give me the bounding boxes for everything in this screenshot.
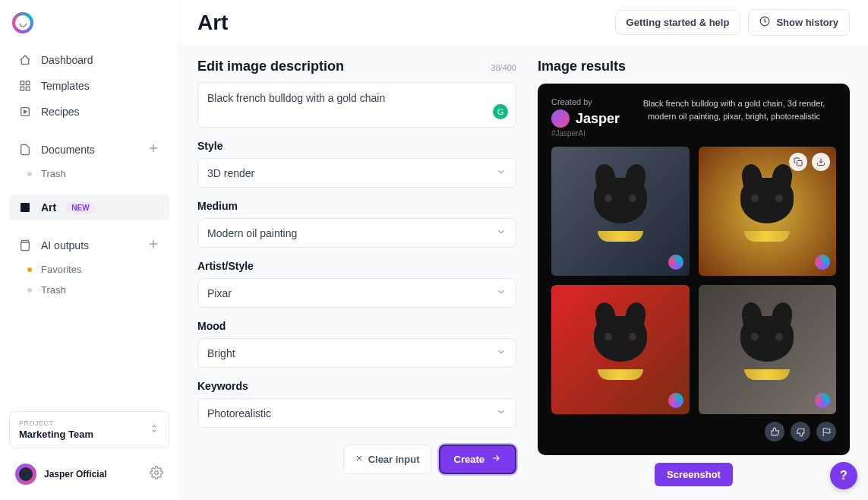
created-by-label: Created by: [551, 97, 620, 106]
clear-input-button[interactable]: Clear input: [343, 445, 431, 474]
grid-icon: [18, 79, 32, 93]
gear-icon[interactable]: [150, 466, 163, 483]
artist-select[interactable]: Pixar: [197, 278, 516, 308]
document-icon: [18, 143, 32, 157]
svg-rect-9: [797, 161, 803, 166]
svg-rect-6: [21, 203, 30, 212]
svg-rect-3: [26, 87, 30, 90]
svg-rect-0: [21, 81, 24, 85]
chevron-down-icon: [496, 407, 507, 419]
sidebar-item-label: Documents: [41, 144, 95, 156]
results-column: Image results Created by Jasper #JasperA…: [538, 59, 850, 486]
plus-icon[interactable]: [147, 141, 160, 157]
create-button[interactable]: Create: [439, 445, 516, 474]
result-image[interactable]: [699, 285, 837, 414]
logo-watermark-icon: [815, 255, 830, 270]
medium-label: Medium: [197, 200, 516, 212]
sidebar-subitem-favorites[interactable]: Favorites: [9, 259, 169, 280]
result-card: Created by Jasper #JasperAI Black french…: [538, 84, 850, 455]
app-logo[interactable]: ◡: [12, 12, 33, 33]
result-image[interactable]: [699, 147, 837, 276]
sidebar-item-label: Dashboard: [41, 54, 93, 66]
sidebar-item-dashboard[interactable]: Dashboard: [9, 47, 169, 73]
logo-watermark-icon: [668, 393, 683, 408]
thumbs-up-button[interactable]: [765, 422, 784, 441]
svg-marker-5: [24, 110, 27, 113]
chevron-down-icon: [496, 286, 507, 299]
sidebar-item-label: Templates: [41, 80, 90, 92]
project-label: PROJECT: [19, 419, 93, 427]
chevron-down-icon: [496, 347, 507, 359]
home-icon: [18, 53, 32, 67]
logo-watermark-icon: [668, 255, 683, 270]
help-fab[interactable]: ?: [830, 462, 857, 489]
user-name: Jasper Official: [44, 469, 107, 479]
page-title: Art: [197, 11, 228, 35]
arrow-right-icon: [491, 453, 501, 466]
image-icon: [18, 201, 32, 214]
flag-button[interactable]: [816, 422, 836, 441]
keywords-select[interactable]: Photorealistic: [197, 398, 516, 428]
logo-watermark-icon: [815, 393, 830, 408]
project-name: Marketing Team: [19, 429, 93, 440]
svg-rect-2: [21, 87, 24, 90]
sidebar: ◡ Dashboard Templates Recipes Documents …: [0, 0, 178, 500]
style-select[interactable]: 3D render: [197, 158, 516, 188]
download-button[interactable]: [812, 153, 830, 171]
sidebar-item-documents[interactable]: Documents: [9, 135, 169, 163]
clock-icon: [759, 16, 770, 29]
artist-label: Artist/Style: [197, 260, 516, 272]
sidebar-item-label: Art: [41, 201, 56, 214]
style-label: Style: [197, 140, 516, 152]
user-row: Jasper Official: [9, 460, 169, 488]
project-selector[interactable]: PROJECT Marketing Team: [9, 411, 169, 448]
sidebar-item-templates[interactable]: Templates: [9, 73, 169, 99]
sidebar-item-art[interactable]: Art NEW: [9, 195, 169, 220]
updown-icon: [149, 423, 159, 437]
char-counter: 38/400: [491, 63, 516, 72]
sidebar-subitem-trash[interactable]: Trash: [9, 280, 169, 300]
sidebar-item-recipes[interactable]: Recipes: [9, 99, 169, 125]
keywords-label: Keywords: [197, 380, 516, 392]
getting-started-button[interactable]: Getting started & help: [615, 10, 741, 35]
result-prompt: Black french bulldog with a gold chain, …: [632, 97, 836, 122]
new-badge: NEW: [65, 202, 95, 214]
svg-point-7: [155, 471, 159, 475]
sidebar-item-label: Recipes: [41, 106, 80, 118]
archive-icon: [18, 239, 32, 252]
main: Art Getting started & help Show history …: [178, 0, 868, 500]
chevron-down-icon: [496, 226, 507, 239]
hashtag: #JasperAI: [551, 129, 620, 138]
play-icon: [18, 105, 32, 119]
plus-icon[interactable]: [147, 237, 160, 253]
copy-button[interactable]: [789, 153, 807, 171]
grammar-check-icon[interactable]: G: [493, 104, 508, 119]
author-avatar: [551, 109, 570, 128]
chevron-down-icon: [496, 166, 507, 179]
sidebar-item-ai-outputs[interactable]: AI outputs: [9, 231, 169, 259]
description-input[interactable]: Black french bulldog with a gold chain G: [197, 82, 516, 128]
author-name: Jasper: [576, 111, 620, 127]
show-history-button[interactable]: Show history: [748, 9, 850, 36]
results-title: Image results: [538, 59, 850, 74]
sidebar-subitem-trash[interactable]: Trash: [9, 163, 169, 184]
mood-label: Mood: [197, 320, 516, 332]
thumbs-down-button[interactable]: [791, 422, 810, 441]
topbar: Art Getting started & help Show history: [179, 0, 868, 45]
avatar[interactable]: [15, 464, 36, 485]
form-column: Edit image description 38/400 Black fren…: [197, 59, 516, 486]
close-icon: [355, 454, 364, 465]
form-title: Edit image description: [197, 59, 344, 74]
sidebar-item-label: AI outputs: [41, 239, 89, 252]
screenshot-button[interactable]: Screenshot: [655, 463, 733, 486]
svg-rect-1: [26, 81, 30, 85]
medium-select[interactable]: Modern oil painting: [197, 218, 516, 248]
result-image[interactable]: [551, 147, 690, 276]
mood-select[interactable]: Bright: [197, 338, 516, 368]
result-image[interactable]: [551, 285, 690, 414]
